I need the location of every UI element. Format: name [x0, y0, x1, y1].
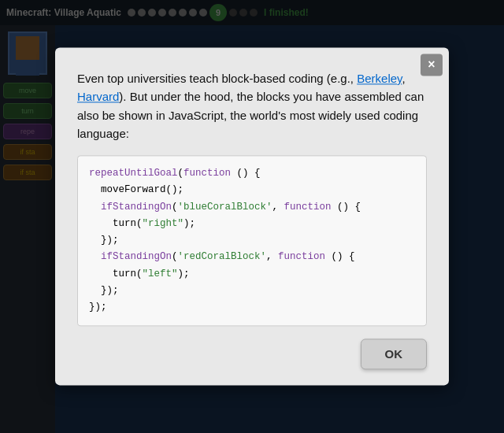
- code-line-1: repeatUntilGoal(function () {: [89, 165, 415, 182]
- ok-button[interactable]: OK: [361, 339, 428, 370]
- info-modal: × Even top universities teach block-base…: [55, 47, 449, 385]
- modal-footer: OK: [77, 339, 427, 370]
- harvard-link[interactable]: Harvard: [77, 91, 119, 104]
- modal-close-button[interactable]: ×: [421, 54, 443, 76]
- code-line-2: moveForward();: [89, 183, 415, 199]
- code-line-6: ifStandingOn('redCoralBlock', function (…: [89, 250, 415, 266]
- code-line-4: turn("right");: [89, 216, 415, 232]
- code-block[interactable]: repeatUntilGoal(function () { moveForwar…: [77, 155, 427, 326]
- code-line-7: turn("left");: [89, 266, 415, 283]
- code-line-9: });: [89, 299, 415, 316]
- modal-description: Even top universities teach block-based …: [77, 69, 427, 142]
- berkeley-link[interactable]: Berkeley: [357, 72, 402, 85]
- code-line-3: ifStandingOn('blueCoralBlock', function …: [89, 199, 415, 216]
- code-line-5: });: [89, 232, 415, 249]
- code-line-8: });: [89, 283, 415, 299]
